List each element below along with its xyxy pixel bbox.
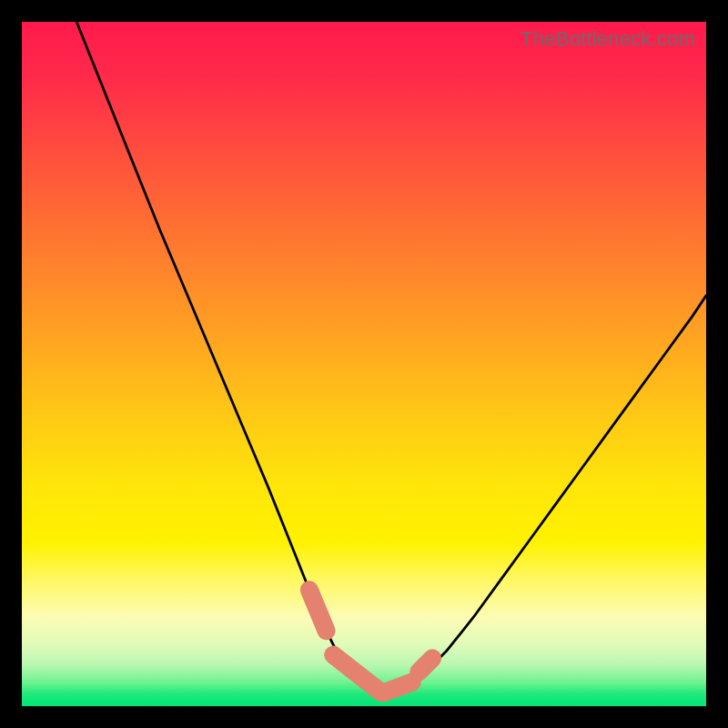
highlight-segments (309, 590, 432, 693)
bottleneck-curve-path (76, 22, 706, 693)
chart-svg (22, 22, 706, 706)
highlight-segment (419, 658, 432, 672)
chart-frame: TheBottleneck.com (0, 0, 728, 728)
highlight-segment (333, 655, 381, 693)
highlight-segment (385, 682, 412, 693)
highlight-segment (309, 590, 327, 631)
plot-area: TheBottleneck.com (22, 22, 706, 706)
